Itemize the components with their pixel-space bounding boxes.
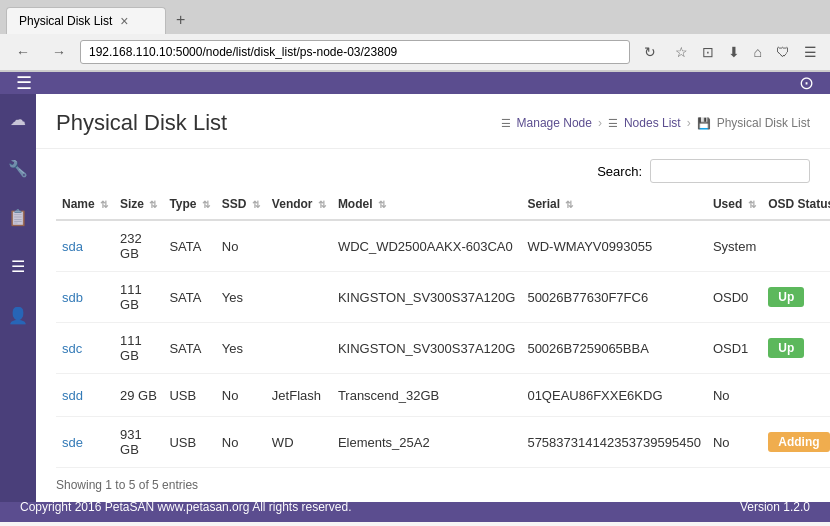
cell-size: 232 GB [114,220,163,272]
cell-size: 111 GB [114,323,163,374]
disk-name-link[interactable]: sdd [62,388,83,403]
star-icon[interactable]: ☆ [670,41,693,63]
cell-used: OSD1 [707,323,762,374]
cell-ssd: Yes [216,272,266,323]
user-icon[interactable]: ⊙ [799,72,814,94]
cell-size: 29 GB [114,374,163,417]
cell-osd-status [762,220,830,272]
version: Version 1.2.0 [740,500,810,514]
search-bar: Search: [36,149,830,189]
osd-status-badge: Up [768,287,804,307]
sort-serial-icon: ⇅ [565,199,573,210]
col-type[interactable]: Type ⇅ [163,189,215,220]
disk-name-link[interactable]: sda [62,239,83,254]
tab-title: Physical Disk List [19,14,112,28]
cell-ssd: No [216,220,266,272]
back-button[interactable]: ← [8,40,38,64]
nav-icons: ☆ ⊡ ⬇ ⌂ 🛡 ☰ [670,41,822,63]
breadcrumb: ☰ Manage Node › ☰ Nodes List › 💾 Physica… [501,116,810,130]
bookmark-icon[interactable]: ⊡ [697,41,719,63]
top-bar: ☰ ⊙ [0,72,830,94]
col-model[interactable]: Model ⇅ [332,189,522,220]
tab-close-button[interactable]: × [120,13,128,29]
cell-osd-status: Up [762,323,830,374]
cell-vendor [266,323,332,374]
main-content: Physical Disk List ☰ Manage Node › ☰ Nod… [36,94,830,502]
col-used[interactable]: Used ⇅ [707,189,762,220]
cell-serial: 50026B7259065BBA [521,323,707,374]
disk-name-link[interactable]: sde [62,435,83,450]
sidebar-icon-list[interactable]: 📋 [2,202,34,233]
sidebar-icon-cloud[interactable]: ☁ [4,104,32,135]
cell-used: No [707,374,762,417]
disk-name-link[interactable]: sdb [62,290,83,305]
browser-chrome: Physical Disk List × + ← → ↻ ☆ ⊡ ⬇ ⌂ 🛡 ☰ [0,0,830,72]
col-serial[interactable]: Serial ⇅ [521,189,707,220]
sidebar-icon-user[interactable]: 👤 [2,300,34,331]
sort-type-icon: ⇅ [202,199,210,210]
sort-used-icon: ⇅ [748,199,756,210]
sort-model-icon: ⇅ [378,199,386,210]
col-vendor[interactable]: Vendor ⇅ [266,189,332,220]
cell-used: System [707,220,762,272]
content-header: Physical Disk List ☰ Manage Node › ☰ Nod… [36,94,830,149]
refresh-button[interactable]: ↻ [636,40,664,64]
breadcrumb-current: Physical Disk List [717,116,810,130]
table-wrapper: Name ⇅ Size ⇅ Type ⇅ SSD ⇅ Vendor ⇅ Mode… [36,189,830,468]
address-bar[interactable] [80,40,630,64]
table-row: sde931 GBUSBNoWDElements_25A257583731414… [56,417,830,468]
breadcrumb-nodes-list[interactable]: Nodes List [624,116,681,130]
cell-used: No [707,417,762,468]
active-tab[interactable]: Physical Disk List × [6,7,166,34]
col-name[interactable]: Name ⇅ [56,189,114,220]
sort-size-icon: ⇅ [149,199,157,210]
search-input[interactable] [650,159,810,183]
nav-bar: ← → ↻ ☆ ⊡ ⬇ ⌂ 🛡 ☰ [0,34,830,71]
page-title: Physical Disk List [56,110,227,136]
cell-osd-status: Up [762,272,830,323]
sidebar-icon-wrench[interactable]: 🔧 [2,153,34,184]
breadcrumb-manage-node[interactable]: Manage Node [517,116,592,130]
cell-osd-status: Adding [762,417,830,468]
search-label: Search: [597,164,642,179]
cell-osd-status [762,374,830,417]
cell-model: KINGSTON_SV300S37A120G [332,272,522,323]
home-icon[interactable]: ⌂ [749,41,767,63]
breadcrumb-nodes-icon: ☰ [608,117,618,130]
breadcrumb-sep-1: › [598,116,602,130]
shield-icon[interactable]: 🛡 [771,41,795,63]
cell-type: USB [163,417,215,468]
breadcrumb-menu-icon: ☰ [501,117,511,130]
table-body: sda232 GBSATANoWDC_WD2500AAKX-603CA0WD-W… [56,220,830,468]
download-icon[interactable]: ⬇ [723,41,745,63]
cell-vendor: JetFlash [266,374,332,417]
cell-vendor [266,220,332,272]
cell-model: Transcend_32GB [332,374,522,417]
cell-type: SATA [163,323,215,374]
tab-bar: Physical Disk List × + [0,0,830,34]
cell-type: USB [163,374,215,417]
copyright: Copyright 2016 PetaSAN www.petasan.org A… [20,500,352,514]
disk-name-link[interactable]: sdc [62,341,82,356]
col-ssd[interactable]: SSD ⇅ [216,189,266,220]
col-size[interactable]: Size ⇅ [114,189,163,220]
cell-serial: 575837314142353739595450 [521,417,707,468]
new-tab-button[interactable]: + [166,6,195,34]
cell-serial: 50026B77630F7FC6 [521,272,707,323]
table-row: sdc111 GBSATAYesKINGSTON_SV300S37A120G50… [56,323,830,374]
cell-used: OSD0 [707,272,762,323]
col-osd-status[interactable]: OSD Status ⇅ [762,189,830,220]
menu-icon[interactable]: ☰ [799,41,822,63]
table-header: Name ⇅ Size ⇅ Type ⇅ SSD ⇅ Vendor ⇅ Mode… [56,189,830,220]
cell-serial: 01QEAU86FXXE6KDG [521,374,707,417]
cell-vendor: WD [266,417,332,468]
table-row: sda232 GBSATANoWDC_WD2500AAKX-603CA0WD-W… [56,220,830,272]
app: ☰ ⊙ ☁ 🔧 📋 ☰ 👤 Physical Disk List ☰ Manag… [0,72,830,492]
main-layout: ☁ 🔧 📋 ☰ 👤 Physical Disk List ☰ Manage No… [0,94,830,502]
forward-button[interactable]: → [44,40,74,64]
cell-serial: WD-WMAYV0993055 [521,220,707,272]
sidebar-icon-menu[interactable]: ☰ [5,251,31,282]
table-row: sdd29 GBUSBNoJetFlashTranscend_32GB01QEA… [56,374,830,417]
cell-ssd: No [216,417,266,468]
hamburger-menu-icon[interactable]: ☰ [16,72,32,94]
